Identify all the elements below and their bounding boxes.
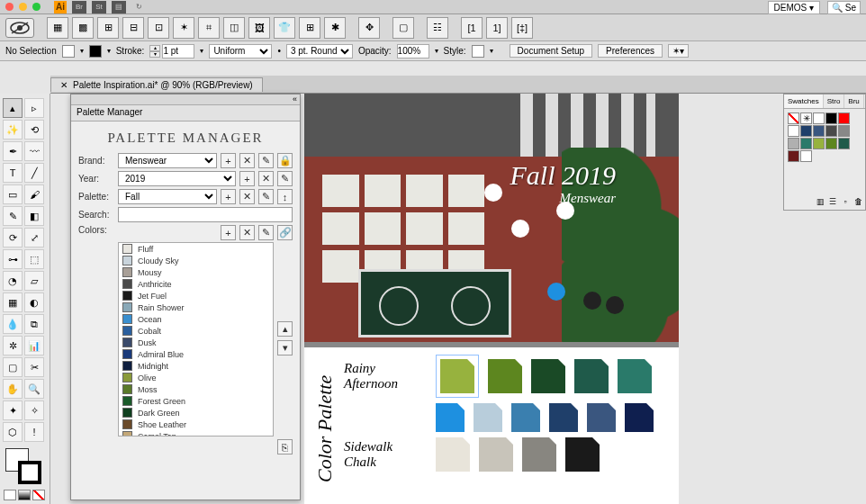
pathfinder-icon[interactable]: ◫	[223, 17, 245, 39]
color-list-item[interactable]: Olive	[119, 372, 273, 383]
swatch-item[interactable]	[813, 125, 825, 137]
color-list-item[interactable]: Shoe Leather	[119, 418, 273, 430]
minimize-icon[interactable]	[19, 3, 27, 11]
color-chip[interactable]	[522, 437, 556, 472]
move-down-button[interactable]: ▾	[277, 340, 293, 356]
lasso-tool[interactable]: ⟲	[24, 120, 44, 140]
swatch-item[interactable]	[825, 138, 837, 149]
artboard[interactable]: Fall 2019 Menswear Color Palette Rainy A…	[304, 94, 679, 504]
selection-tool[interactable]: ▴	[3, 98, 23, 118]
swatch-grid[interactable]: ✳	[784, 109, 865, 166]
misc-tool-4[interactable]: !	[24, 422, 44, 442]
snap2-icon[interactable]: ⌗	[198, 17, 220, 39]
stroke-width-stepper[interactable]: ▴▾	[149, 44, 194, 58]
scale-tool[interactable]: ⤢	[24, 228, 44, 248]
slice-tool[interactable]: ✂	[24, 357, 44, 377]
eraser-tool[interactable]: ◧	[24, 206, 44, 226]
swatch-item[interactable]	[788, 150, 799, 162]
swatch-item[interactable]	[813, 112, 825, 124]
collapse-icon[interactable]: «	[293, 94, 297, 104]
palette-delete-button[interactable]: ✕	[239, 189, 255, 204]
color-list-item[interactable]: Ocean	[119, 313, 273, 325]
zoom-tool[interactable]: 🔍	[24, 379, 44, 399]
none-mode-icon[interactable]	[32, 490, 45, 500]
group-icon[interactable]: ⊞	[299, 17, 320, 39]
tab-swatches[interactable]: Swatches	[784, 94, 824, 108]
fill-swatch[interactable]	[62, 45, 75, 58]
color-list-item[interactable]: Dark Green	[119, 407, 273, 418]
color-list-item[interactable]: Cobalt	[119, 325, 273, 337]
gradient-mode-icon[interactable]	[18, 490, 31, 500]
palette-reorder-button[interactable]: ↕	[277, 189, 293, 204]
color-chip[interactable]	[440, 359, 474, 393]
tab-brushes[interactable]: Bru	[844, 94, 863, 108]
swatch-item[interactable]	[800, 150, 812, 162]
swatch-item[interactable]	[825, 125, 837, 137]
color-chip[interactable]	[511, 403, 540, 432]
distribute-icon[interactable]: ⊡	[148, 17, 169, 39]
search-input[interactable]	[118, 207, 293, 222]
swatch-item[interactable]	[800, 125, 812, 137]
gpu-preview-icon[interactable]	[5, 18, 34, 38]
year-edit-button[interactable]: ✎	[277, 171, 293, 186]
swatch-item[interactable]	[813, 138, 825, 149]
color-add-button[interactable]: +	[221, 225, 236, 240]
color-chip[interactable]	[436, 437, 470, 472]
search-field[interactable]: 🔍 Se	[827, 1, 861, 14]
workspace-switcher[interactable]: DEMOS ▾	[768, 1, 820, 14]
pen-tool[interactable]: ✒	[3, 141, 23, 161]
gradient-tool[interactable]: ◐	[24, 292, 44, 312]
panel-menu-icon[interactable]: ✶▾	[668, 44, 689, 58]
bracket2-icon[interactable]: 1]	[486, 17, 508, 39]
document-setup-button[interactable]: Document Setup	[510, 44, 593, 58]
swatch-item[interactable]	[825, 112, 837, 124]
document-tab[interactable]: ✕ Palette Inspiration.ai* @ 90% (RGB/Pre…	[50, 77, 263, 92]
swatch-new-icon[interactable]: ▫	[840, 197, 851, 208]
color-chip[interactable]	[436, 403, 465, 432]
close-icon[interactable]	[5, 3, 14, 11]
color-list-item[interactable]: Jet Fuel	[119, 290, 273, 302]
misc-tool-1[interactable]: ✦	[3, 400, 23, 420]
free-transform-tool[interactable]: ⬚	[24, 249, 44, 269]
color-list-item[interactable]: Admiral Blue	[119, 348, 273, 360]
swatch-menu-icon[interactable]: ☰	[827, 197, 838, 208]
color-list-item[interactable]: Fluff	[119, 243, 273, 255]
color-chip[interactable]	[587, 403, 616, 432]
artboard-icon[interactable]: ▢	[392, 17, 414, 39]
panel-tab[interactable]: Palette Manager	[71, 105, 300, 122]
line-tool[interactable]: ╱	[24, 163, 44, 183]
color-chip[interactable]	[549, 403, 578, 432]
brand-edit-button[interactable]: ✎	[258, 153, 274, 168]
color-link-button[interactable]: 🔗	[277, 225, 293, 240]
bridge-icon[interactable]: Br	[72, 1, 86, 14]
align-icon[interactable]: ⊞	[97, 17, 119, 39]
opacity-input[interactable]	[397, 44, 429, 58]
width-tool[interactable]: ⊶	[3, 249, 23, 269]
color-chip[interactable]	[474, 403, 502, 432]
symbol-spray-tool[interactable]: ✲	[3, 336, 23, 356]
fill-stroke-control[interactable]	[4, 446, 46, 486]
blend-tool[interactable]: ⧉	[24, 314, 44, 334]
move-up-button[interactable]: ▴	[277, 321, 293, 337]
swatch-lib-icon[interactable]: ▥	[815, 197, 825, 208]
image-icon[interactable]: 🖼	[248, 17, 270, 39]
swatch-trash-icon[interactable]: 🗑	[852, 197, 863, 208]
magic-wand-tool[interactable]: ✨	[3, 120, 23, 140]
color-list[interactable]: FluffCloudy SkyMousyAnthriciteJet FuelRa…	[118, 242, 274, 436]
brand-delete-button[interactable]: ✕	[239, 153, 255, 168]
zoom-icon[interactable]	[32, 3, 41, 11]
swatch-item[interactable]	[788, 138, 799, 149]
snap-icon[interactable]: ✶	[173, 17, 194, 39]
palette-select[interactable]: Fall	[118, 189, 217, 204]
mesh-tool[interactable]: ▦	[3, 292, 23, 312]
stroke-swatch[interactable]	[89, 45, 102, 58]
style-swatch[interactable]	[472, 45, 484, 58]
color-list-item[interactable]: Midnight	[119, 360, 273, 372]
artboard-tool[interactable]: ▢	[3, 357, 23, 377]
color-chip[interactable]	[625, 403, 654, 432]
rotate-tool[interactable]: ⟳	[3, 228, 23, 248]
stroke-indicator[interactable]	[18, 461, 41, 484]
grid-icon[interactable]: ▦	[47, 17, 68, 39]
type-tool[interactable]: T	[3, 163, 23, 183]
color-list-item[interactable]: Forest Green	[119, 395, 273, 407]
